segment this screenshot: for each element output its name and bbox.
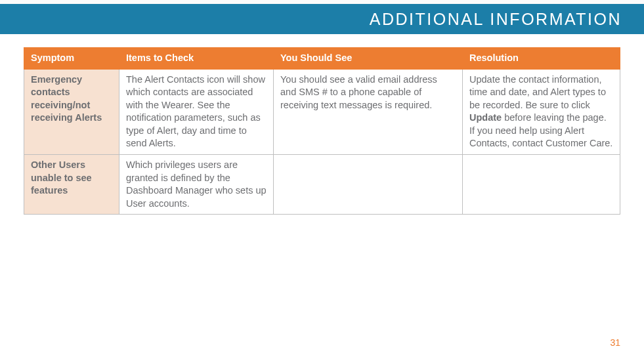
table-row: Other Users unable to see features Which…: [24, 154, 620, 214]
col-header-items: Items to Check: [119, 48, 274, 70]
col-header-symptom: Symptom: [24, 48, 119, 70]
header-bar: ADDITIONAL INFORMATION: [0, 0, 644, 34]
cell-see: You should see a valid email address and…: [274, 69, 463, 154]
resolution-text-bold: Update: [469, 112, 502, 123]
col-header-resolution: Resolution: [463, 48, 620, 70]
cell-resolution: [463, 154, 620, 214]
cell-resolution: Update the contact information, time and…: [463, 69, 620, 154]
cell-symptom: Emergency contacts receiving/not receivi…: [24, 69, 119, 154]
table-row: Emergency contacts receiving/not receivi…: [24, 69, 620, 154]
cell-items: The Alert Contacts icon will show which …: [119, 69, 274, 154]
page-title: ADDITIONAL INFORMATION: [370, 10, 622, 29]
resolution-text-pre: Update the contact information, time and…: [469, 74, 606, 110]
col-header-see: You Should See: [274, 48, 463, 70]
table-header-row: Symptom Items to Check You Should See Re…: [24, 48, 620, 70]
page-number: 31: [610, 337, 620, 348]
cell-symptom: Other Users unable to see features: [24, 154, 119, 214]
troubleshooting-table: Symptom Items to Check You Should See Re…: [24, 47, 620, 215]
cell-see: [274, 154, 463, 214]
cell-items: Which privileges users are granted is de…: [119, 154, 274, 214]
troubleshooting-table-wrap: Symptom Items to Check You Should See Re…: [0, 34, 644, 215]
